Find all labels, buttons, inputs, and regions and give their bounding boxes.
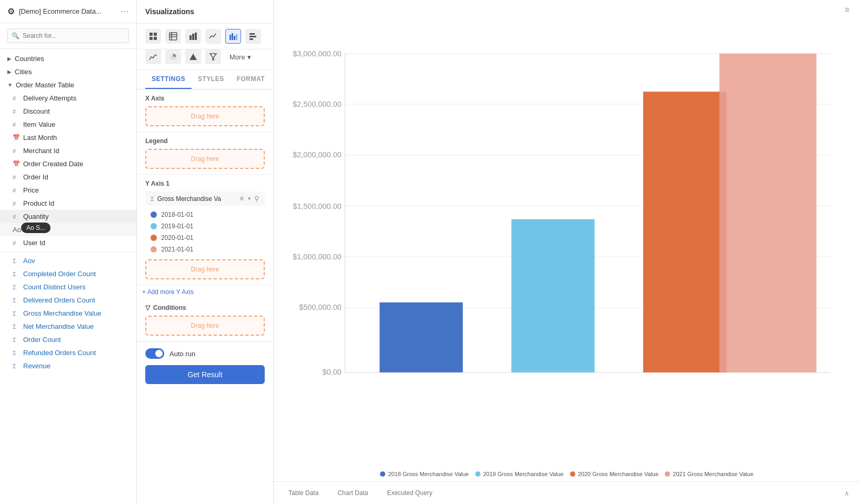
divider (0, 251, 136, 252)
svg-marker-19 (189, 54, 197, 60)
hash-icon: # (13, 122, 20, 128)
footer-tab-table-data[interactable]: Table Data (284, 487, 323, 499)
get-result-button[interactable]: Get Result (145, 365, 265, 384)
pie-chart-icon-btn[interactable] (165, 49, 181, 64)
series-row-2021: 2021-01-01 (145, 244, 265, 255)
tab-styles[interactable]: STYLES (192, 70, 231, 89)
field-discount[interactable]: # Discount (0, 105, 136, 118)
field-quantity[interactable]: # Quantity (0, 210, 136, 223)
field-item-value[interactable]: # Item Value (0, 118, 136, 131)
measure-delivered-orders-count[interactable]: Σ Delivered Orders Count (0, 294, 136, 307)
hash-icon: # (13, 214, 20, 220)
tab-format[interactable]: FORMAT (231, 70, 271, 89)
measure-label: Count Distinct Users (23, 283, 85, 291)
field-delivery-attempts[interactable]: # Delivery Attempts (0, 92, 136, 105)
measure-label: Revenue (23, 362, 51, 370)
svg-rect-0 (149, 33, 153, 36)
sidebar-item-cities[interactable]: ▶ Cities (0, 65, 136, 78)
chart-menu-icon[interactable]: ≡ (845, 5, 849, 15)
chevron-down-icon: ▾ (247, 53, 251, 61)
chevron-up-icon[interactable]: ∧ (844, 489, 849, 497)
field-ao-drag[interactable]: Ao (0, 223, 136, 236)
x-axis-drag-zone[interactable]: Drag here (145, 106, 265, 126)
y-axis-label: Y Axis 1 (145, 180, 265, 187)
field-label: Discount (23, 107, 50, 115)
measure-aov[interactable]: Σ Aov (0, 254, 136, 267)
horizontal-bar-icon-btn[interactable] (245, 29, 261, 44)
measure-count-distinct-users[interactable]: Σ Count Distinct Users (0, 280, 136, 294)
measure-refunded-orders-count[interactable]: Σ Refunded Orders Count (0, 346, 136, 359)
field-order-created-date[interactable]: 📅 Order Created Date (0, 157, 136, 170)
footer-tab-chart-data[interactable]: Chart Data (333, 487, 372, 499)
svg-rect-1 (154, 33, 157, 36)
pivot-icon-btn[interactable] (165, 29, 181, 44)
line-chart-icon-btn[interactable] (205, 29, 221, 44)
sidebar-item-countries[interactable]: ▶ Countries (0, 52, 136, 65)
svg-rect-10 (195, 33, 197, 40)
y-axis-drag-zone[interactable]: Drag here (145, 259, 265, 279)
y-axis-pin-icon[interactable]: ⚲ (254, 195, 259, 203)
viz-header: Visualizations (137, 0, 273, 24)
svg-rect-17 (249, 38, 253, 40)
table-icon-btn[interactable] (145, 29, 161, 44)
add-y-axis-button[interactable]: + Add more Y Axis (137, 285, 273, 299)
field-order-id[interactable]: # Order Id (0, 170, 136, 184)
search-input[interactable] (7, 28, 129, 43)
measure-order-count[interactable]: Σ Order Count (0, 333, 136, 346)
right-panel: ≡ $3,000,000.00 $2,500,000.00 $2,000,000… (274, 0, 860, 504)
sidebar-search-container: 🔍 (0, 23, 136, 49)
sigma-icon: Σ (151, 196, 154, 202)
bar-chart-icon-btn[interactable] (185, 29, 201, 44)
field-last-month[interactable]: 📅 Last Month (0, 131, 136, 144)
hash-icon: # (13, 108, 20, 115)
measure-revenue[interactable]: Σ Revenue (0, 359, 136, 372)
sigma-icon: Σ (13, 310, 20, 317)
y-axis-remove-icon[interactable]: ✕ (239, 195, 245, 203)
measure-completed-order-count[interactable]: Σ Completed Order Count (0, 267, 136, 280)
series-label-2020: 2020-01-01 (161, 234, 193, 241)
svg-rect-9 (192, 34, 194, 40)
y-axis-expand-icon[interactable]: ▾ (248, 195, 251, 202)
footer-tab-executed-query[interactable]: Executed Query (383, 487, 436, 499)
legend-label: Legend (145, 137, 265, 145)
sidebar-item-order-master-table[interactable]: ▼ Order Master Table (0, 78, 136, 92)
tab-settings[interactable]: SETTINGS (145, 70, 192, 89)
legend-dot-2018 (380, 471, 385, 477)
field-product-id[interactable]: # Product Id (0, 197, 136, 210)
auto-run-toggle[interactable] (145, 348, 164, 359)
sidebar-menu-icon[interactable]: ⋯ (121, 6, 129, 16)
svg-rect-14 (236, 34, 237, 40)
measure-label: Net Merchandise Value (23, 322, 94, 330)
viz-icon-row1 (137, 24, 273, 49)
triangle-icon-btn[interactable] (185, 49, 201, 64)
x-axis-label: X Axis (145, 95, 265, 102)
db-icon: ⚙ (7, 6, 15, 16)
hash-icon: # (13, 200, 20, 207)
series-row-2018: 2018-01-01 (145, 209, 265, 220)
field-price[interactable]: # Price (0, 184, 136, 197)
svg-rect-11 (229, 35, 231, 40)
chart-footer: Table Data Chart Data Executed Query ∧ (274, 481, 860, 504)
expand-icon: ▶ (7, 69, 12, 75)
area-chart-icon-btn[interactable] (145, 49, 161, 64)
more-button[interactable]: More ▾ (225, 51, 255, 63)
svg-rect-13 (234, 36, 235, 40)
grouped-bar-icon-btn[interactable] (225, 29, 241, 44)
conditions-label: ▽ Conditions (145, 304, 265, 311)
legend-item-2020: 2020 Gross Merchandise Value (570, 471, 658, 477)
measure-gross-merchandise-value[interactable]: Σ Gross Merchandise Value (0, 307, 136, 320)
legend-label-2020: 2020 Gross Merchandise Value (578, 471, 658, 477)
field-label: Order Created Date (23, 160, 83, 168)
field-user-id[interactable]: # User Id (0, 236, 136, 249)
measure-net-merchandise-value[interactable]: Σ Net Merchandise Value (0, 320, 136, 333)
funnel-icon-btn[interactable] (205, 49, 221, 64)
field-merchant-id[interactable]: # Merchant Id (0, 144, 136, 157)
chart-svg: $3,000,000.00 $2,500,000.00 $2,000,000.0… (289, 25, 844, 456)
field-label: Order Id (23, 173, 48, 181)
conditions-drag-zone[interactable]: Drag here (145, 316, 265, 336)
legend-item-2021: 2021 Gross Merchandise Value (665, 471, 753, 477)
series-dot-2019 (151, 223, 157, 229)
svg-marker-20 (210, 54, 216, 60)
legend-drag-zone[interactable]: Drag here (145, 149, 265, 169)
series-dot-2021 (151, 246, 157, 253)
